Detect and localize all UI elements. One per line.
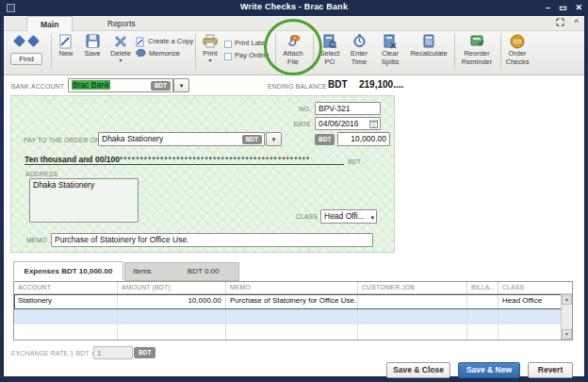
ending-balance-label: ENDING BALANCE	[268, 83, 327, 90]
recalculate-button[interactable]: Recalculate	[407, 33, 450, 73]
tab-expenses[interactable]: Expenses BDT 10,000.00	[13, 261, 123, 281]
order-checks-button[interactable]: Order Checks	[501, 33, 533, 73]
exchange-currency-badge: BDT	[134, 347, 155, 358]
checkbox-icon	[224, 41, 232, 48]
column-header-billable[interactable]: BILLA...	[466, 282, 498, 293]
exchange-rate-label: EXCHANGE RATE 1 BDT =	[11, 350, 95, 357]
table-row-empty[interactable]	[14, 324, 572, 340]
find-arrows-icon	[12, 33, 41, 49]
column-header-memo[interactable]: MEMO	[225, 282, 357, 293]
scroll-up-icon[interactable]: ▲	[562, 294, 572, 305]
amount-currency-badge: BDT	[315, 134, 335, 145]
bank-account-field[interactable]: Brac Bank BDT	[68, 78, 173, 92]
scroll-down-icon[interactable]: ▼	[562, 329, 572, 340]
amount-field[interactable]: 10,000.00	[337, 132, 390, 146]
payee-value: Dhaka Stationery	[102, 134, 163, 143]
print-options-group: Print Later Pay Online	[224, 33, 273, 73]
address-label: ADDRESS	[25, 171, 57, 177]
maximize-button[interactable]: ▭	[559, 0, 567, 15]
column-header-class[interactable]: CLASS	[498, 282, 563, 293]
column-header-customer-job[interactable]: CUSTOMER:JOB	[357, 282, 466, 293]
class-value: Head Offi...	[324, 211, 365, 221]
check-no-field[interactable]: BPV-321	[315, 102, 381, 115]
pay-online-checkbox[interactable]: Pay Online	[224, 50, 270, 62]
payee-dropdown[interactable]: ▾	[266, 132, 282, 146]
find-button[interactable]: Find	[6, 33, 47, 73]
clear-splits-button[interactable]: Clear Splits	[375, 33, 405, 73]
print-later-checkbox[interactable]: Print Later	[224, 38, 268, 50]
table-header-row: ACCOUNT AMOUNT (BDT) MEMO CUSTOMER:JOB B…	[14, 282, 572, 294]
checkbox-icon	[224, 53, 232, 60]
calculator-icon	[423, 33, 434, 49]
collapse-ribbon-icon[interactable]: ^	[574, 18, 579, 26]
amount-in-words: Ten thousand and 00/100*****************…	[24, 155, 344, 165]
delete-dropdown-icon[interactable]: ▾	[119, 58, 122, 62]
enter-time-button[interactable]: Enter Time	[345, 33, 373, 73]
table-row-empty[interactable]	[14, 309, 572, 324]
ending-balance-currency: BDT	[328, 79, 348, 90]
copy-icon	[136, 37, 145, 47]
cell-billable[interactable]	[466, 294, 498, 309]
calendar-icon[interactable]	[369, 120, 378, 128]
check-no-label: NO.	[283, 106, 311, 112]
print-dropdown-icon[interactable]: ▾	[208, 58, 211, 62]
address-box[interactable]: Dhaka Stationery	[29, 178, 139, 223]
printer-icon	[203, 33, 218, 49]
print-button[interactable]: Print ▾	[197, 33, 223, 73]
create-copy-button[interactable]: Create a Copy	[136, 36, 193, 48]
cell-amount[interactable]: 10,000.00	[117, 294, 225, 309]
new-document-icon	[59, 33, 73, 49]
tab-reports[interactable]: Reports	[94, 16, 149, 31]
payee-currency-badge: BDT	[242, 135, 262, 144]
save-new-button[interactable]: Save & New	[458, 362, 520, 378]
order-checks-icon	[510, 33, 525, 49]
payee-field[interactable]: Dhaka Stationery BDT	[98, 132, 265, 146]
new-button[interactable]: New	[53, 33, 79, 73]
tab-main[interactable]: Main	[26, 16, 73, 31]
class-label: CLASS	[296, 213, 318, 220]
memo-label: MEMO	[26, 237, 47, 243]
cell-account[interactable]: Stationery	[14, 294, 117, 309]
title-bar: Write Checks - Brac Bank – ▭ ✕	[0, 0, 588, 16]
attach-file-button[interactable]: Attach File	[277, 33, 309, 73]
tab-items[interactable]: Items BDT 0.00	[124, 262, 239, 281]
revert-button[interactable]: Revert	[528, 362, 573, 378]
write-checks-window: Write Checks - Brac Bank – ▭ ✕ Main Repo…	[0, 0, 588, 382]
cell-class[interactable]: Head Office	[498, 294, 563, 309]
clock-icon	[352, 33, 367, 49]
column-header-amount[interactable]: AMOUNT (BDT)	[117, 282, 225, 293]
date-field[interactable]: 04/06/2016	[315, 117, 381, 130]
memo-field[interactable]: Purchase of Statoinery for Office Use.	[51, 233, 373, 247]
bank-account-value: Brac Bank	[72, 80, 110, 90]
close-button[interactable]: ✕	[575, 0, 582, 15]
restore-window-icon[interactable]	[556, 18, 564, 26]
attach-file-paperclip-icon	[285, 33, 302, 49]
currency-badge: BDT	[151, 81, 171, 91]
bank-account-label: BANK ACCOUNT	[11, 83, 64, 90]
delete-button[interactable]: Delete ▾	[106, 33, 136, 73]
save-close-button[interactable]: Save & Close	[386, 362, 450, 378]
save-button[interactable]: Save	[79, 33, 106, 73]
memorize-bubble-icon	[136, 49, 146, 59]
table-row[interactable]: Stationery 10,000.00 Purchase of Statoin…	[14, 294, 572, 309]
select-po-icon	[323, 33, 336, 49]
date-label: DATE	[277, 121, 311, 127]
exchange-rate-field[interactable]: 1	[93, 346, 133, 359]
class-dropdown[interactable]: Head Offi... ▾	[320, 209, 377, 224]
expenses-table: ACCOUNT AMOUNT (BDT) MEMO CUSTOMER:JOB B…	[13, 281, 573, 340]
reorder-reminder-button[interactable]: Reorder Reminder	[457, 33, 497, 73]
memorize-button[interactable]: Memorize	[136, 48, 180, 60]
date-value: 04/06/2016	[318, 119, 359, 128]
clear-splits-icon	[384, 33, 397, 49]
cell-customer-job[interactable]	[357, 294, 466, 309]
minimize-button[interactable]: –	[546, 0, 550, 15]
column-header-account[interactable]: ACCOUNT	[14, 282, 117, 293]
select-po-button[interactable]: Select PO	[315, 33, 345, 73]
cell-memo[interactable]: Purchase of Statoinery for Office Use.	[225, 294, 357, 309]
bank-account-dropdown[interactable]: ▾	[173, 78, 189, 92]
check-panel: NO. BPV-321 DATE 04/06/2016 PAY TO THE O…	[10, 95, 395, 253]
window-title: Write Checks - Brac Bank	[0, 2, 588, 11]
class-dropdown-icon: ▾	[370, 212, 374, 223]
payee-label: PAY TO THE ORDER OF	[24, 137, 99, 143]
table-scrollbar[interactable]: ▲ ▼	[561, 294, 572, 340]
